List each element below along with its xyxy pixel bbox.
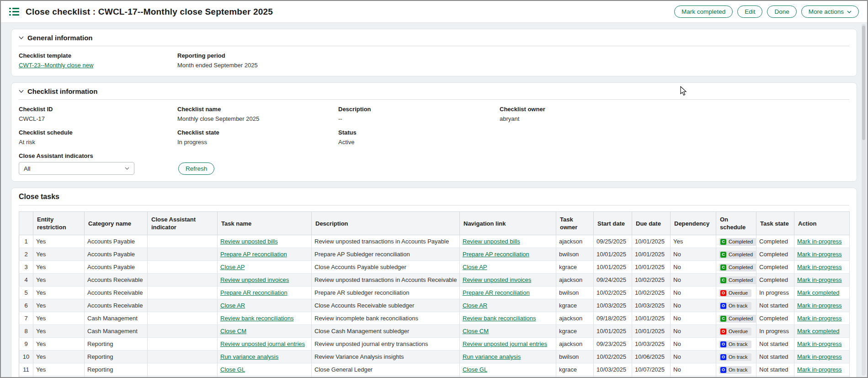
column-header: Start date xyxy=(594,212,632,235)
task-state-cell: Completed xyxy=(756,261,794,274)
table-row: 5YesAccounts ReceivablePrepare AR reconc… xyxy=(19,286,850,299)
close-assistant-indicator-cell xyxy=(148,261,218,274)
entity-restriction-cell: Yes xyxy=(33,312,85,325)
task-name-link[interactable]: Close CM xyxy=(220,328,246,335)
status-letter-icon: C xyxy=(720,239,726,245)
status-letter-icon: O xyxy=(720,303,726,309)
task-name-link[interactable]: Prepare AR reconciliation xyxy=(220,289,288,296)
task-state-cell: Not started xyxy=(756,299,794,312)
field-label: Reporting period xyxy=(177,52,338,59)
task-name-link[interactable]: Close GL xyxy=(220,366,245,373)
on-schedule-badge: OOn track xyxy=(719,302,751,310)
mark-completed-button[interactable]: Mark completed xyxy=(674,5,733,18)
navigation-link[interactable]: Close CM xyxy=(463,328,489,335)
navigation-link[interactable]: Run variance analysis xyxy=(463,353,521,360)
description-cell: Import bills xyxy=(312,376,460,378)
column-header: On schedule xyxy=(716,212,756,235)
action-link[interactable]: Mark in-progress xyxy=(797,264,842,270)
action-link[interactable]: Mark in-progress xyxy=(797,238,842,245)
navigation-link-cell: Close AR xyxy=(460,299,556,312)
action-link[interactable]: Mark in-progress xyxy=(797,251,842,258)
navigation-link[interactable]: Close AP xyxy=(463,264,487,270)
action-link[interactable]: Mark in-progress xyxy=(797,366,842,373)
task-name-link[interactable]: Close AR xyxy=(220,302,245,309)
description-cell: Close Accounts Receivable subledger xyxy=(312,299,460,312)
navigation-link[interactable]: Review unposted invoices xyxy=(463,276,531,283)
navigation-link[interactable]: Review bank reconciliations xyxy=(463,315,536,322)
task-owner-cell: bwilson xyxy=(556,248,594,261)
refresh-button[interactable]: Refresh xyxy=(178,162,214,175)
field-value: Month ended September 2025 xyxy=(177,62,338,69)
action-cell: Mark in-progress xyxy=(794,363,850,376)
action-link[interactable]: Mark in-progress xyxy=(797,315,842,322)
navigation-link[interactable]: Prepare AP reconciliation xyxy=(463,251,529,258)
action-link[interactable]: Mark in-progress xyxy=(797,340,842,347)
field: Checklist IDCWCL-17 xyxy=(19,106,177,122)
row-number: 4 xyxy=(19,274,33,286)
action-cell: Mark in-progress xyxy=(794,299,850,312)
table-row: 2YesAccounts PayablePrepare AP reconcili… xyxy=(19,248,850,261)
field-value: -- xyxy=(338,115,500,122)
start-date-cell: 10/02/2025 xyxy=(594,351,632,363)
task-name-link[interactable]: Prepare AP reconciliation xyxy=(220,251,287,258)
task-name-link[interactable]: Review unposted invoices xyxy=(220,276,289,283)
status-letter-icon: C xyxy=(720,265,726,270)
task-name-cell: Close CM xyxy=(218,325,312,338)
close-assistant-indicator-cell xyxy=(148,376,218,378)
navigation-link[interactable]: Close GL xyxy=(463,366,487,373)
field-label: Checklist schedule xyxy=(19,129,177,136)
checklist-icon[interactable] xyxy=(9,7,19,16)
on-schedule-cell: CCompleted xyxy=(716,274,756,286)
task-name-link[interactable]: Review unposted journal entries xyxy=(220,340,305,347)
task-name-link[interactable]: Review bank reconciliations xyxy=(220,315,293,322)
action-link[interactable]: Mark completed xyxy=(797,328,839,335)
row-number: 7 xyxy=(19,312,33,325)
chevron-down-icon[interactable] xyxy=(19,36,24,39)
status-letter-icon: O xyxy=(720,329,726,335)
section-title[interactable]: General information xyxy=(27,34,93,42)
navigation-link[interactable]: Review unposted bills xyxy=(463,238,520,245)
dependency-cell: No xyxy=(671,286,716,299)
category-name-cell: Accounts Payable xyxy=(85,235,148,248)
done-button[interactable]: Done xyxy=(767,5,796,18)
navigation-link[interactable]: Review unposted journal entries xyxy=(463,340,547,347)
task-name-link[interactable]: Review unposted bills xyxy=(220,238,278,245)
task-owner-cell: kgrace xyxy=(556,325,594,338)
due-date-cell: 10/02/2025 xyxy=(632,274,671,286)
task-name-cell: Close AP xyxy=(218,261,312,274)
edit-button[interactable]: Edit xyxy=(737,5,762,18)
entity-restriction-cell: Yes xyxy=(33,274,85,286)
column-header: Entity restriction xyxy=(33,212,85,235)
vertical-scrollbar-thumb[interactable] xyxy=(862,26,865,140)
category-name-cell: Reporting xyxy=(85,338,148,351)
description-cell: Review incomplete bank reconciliations xyxy=(312,312,460,325)
task-name-cell: Run variance analysis xyxy=(218,351,312,363)
task-owner-cell: kgrace xyxy=(556,363,594,376)
action-link[interactable]: Mark in-progress xyxy=(797,276,842,283)
task-state-cell: Completed xyxy=(756,235,794,248)
task-name-link[interactable]: Run variance analysis xyxy=(220,353,278,360)
navigation-link[interactable]: Close AR xyxy=(463,302,487,309)
on-schedule-label: Completed xyxy=(729,252,753,258)
chevron-down-icon[interactable] xyxy=(19,90,24,93)
action-link[interactable]: Mark completed xyxy=(797,289,839,296)
column-header: Description xyxy=(312,212,460,235)
column-header: Task owner xyxy=(556,212,594,235)
field: Checklist nameMonthly close September 20… xyxy=(177,106,338,122)
task-name-link[interactable]: Close AP xyxy=(220,264,245,270)
start-date-cell: 09/23/2025 xyxy=(594,376,632,378)
more-actions-button[interactable]: More actions xyxy=(801,5,859,18)
entity-restriction-cell: Yes xyxy=(33,351,85,363)
field-value-link[interactable]: CWT-23--Monthly close new xyxy=(19,62,177,69)
on-schedule-label: Overdue xyxy=(729,290,748,296)
close-assistant-indicators-select[interactable]: All xyxy=(19,162,134,175)
action-cell: Mark in-progress xyxy=(794,312,850,325)
navigation-link[interactable]: Prepare AR reconciliation xyxy=(463,289,530,296)
navigation-link-cell: Close AP xyxy=(460,261,556,274)
status-letter-icon: O xyxy=(720,367,726,373)
action-link[interactable]: Mark in-progress xyxy=(797,302,842,309)
task-name-cell: Close AR xyxy=(218,299,312,312)
section-title[interactable]: Checklist information xyxy=(27,87,97,95)
action-link[interactable]: Mark in-progress xyxy=(797,353,842,360)
vertical-scrollbar-track[interactable] xyxy=(862,24,866,376)
